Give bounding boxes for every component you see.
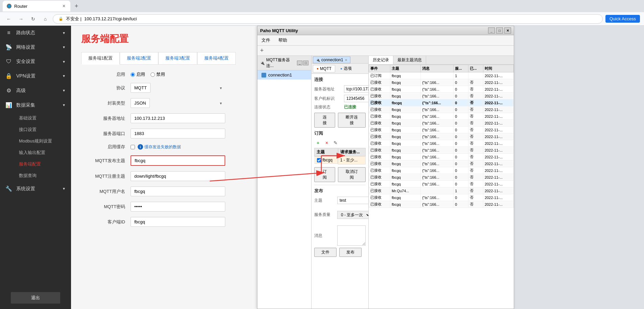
- mqtt-pass-input[interactable]: [131, 202, 225, 212]
- maximize-button[interactable]: □: [496, 27, 503, 34]
- tab-options[interactable]: ● 选项: [337, 64, 355, 73]
- submenu-basic-settings[interactable]: 基础设置: [16, 112, 71, 124]
- enable-on-radio[interactable]: [131, 72, 135, 77]
- sidebar-item-network[interactable]: 📡 网络设置 ▼: [0, 40, 71, 54]
- detail-client-id-row: 客户机标识: [314, 95, 366, 102]
- subscribe-button[interactable]: 订阅: [314, 167, 335, 182]
- publish-section-title: 发布: [314, 188, 366, 194]
- detail-server-addr-input[interactable]: [344, 85, 368, 93]
- sub-checkbox-cell[interactable]: fbcgq: [315, 156, 338, 164]
- home-button[interactable]: ⌂: [41, 14, 50, 24]
- system-icon: 🔧: [5, 185, 12, 192]
- panel-maximize-btn[interactable]: □: [303, 61, 308, 65]
- server-port-input[interactable]: [131, 129, 225, 138]
- menu-help[interactable]: 帮助: [274, 36, 291, 45]
- submenu-server-config[interactable]: 服务端配置: [16, 158, 71, 170]
- advanced-icon: ⚙: [5, 87, 12, 94]
- server-addr-input[interactable]: [131, 113, 225, 123]
- enable-off-option[interactable]: 禁用: [151, 71, 165, 78]
- sub-checkbox[interactable]: [317, 158, 321, 162]
- publish-message-textarea[interactable]: [337, 225, 366, 246]
- subscribe-remove-button[interactable]: ×: [323, 139, 330, 147]
- submenu-modbus-rules[interactable]: Modbus规则设置: [16, 135, 71, 147]
- close-button[interactable]: ✕: [504, 27, 511, 34]
- tab-bar: 🌐 Router ✕ +: [0, 0, 644, 12]
- tab-close-button[interactable]: ✕: [62, 3, 66, 9]
- detail-server-addr-row: 服务器地址: [314, 85, 366, 93]
- submenu-io-config[interactable]: 输入输出配置: [16, 147, 71, 158]
- client-id-input[interactable]: [131, 217, 225, 227]
- quick-access-button[interactable]: Quick Access: [605, 15, 640, 23]
- publish-topic-label: 主题: [314, 198, 335, 203]
- history-cell-message: {"ts":166...: [421, 194, 454, 201]
- enable-off-radio[interactable]: [151, 72, 155, 77]
- browser-tab[interactable]: 🌐 Router ✕: [3, 1, 70, 12]
- add-connection-button[interactable]: +: [260, 47, 264, 54]
- config-tab-2[interactable]: 服务端2配置: [120, 52, 158, 65]
- publish-topic-input[interactable]: [337, 197, 368, 204]
- history-cell-event: 已接收: [369, 201, 390, 208]
- subscribe-edit-button[interactable]: ✎: [332, 139, 339, 147]
- mqtt-topic-input[interactable]: [131, 155, 225, 166]
- history-cell-time: 2022-11-...: [483, 133, 513, 140]
- sidebar-item-vpn[interactable]: 🔒 VPN设置 ▼: [0, 69, 71, 83]
- history-col-topic: 主题: [390, 65, 421, 72]
- tab-mqtt[interactable]: ● MQTT: [313, 65, 335, 72]
- encap-select[interactable]: JSON: [131, 98, 150, 108]
- cache-checkbox[interactable]: [131, 145, 135, 149]
- back-button[interactable]: ←: [4, 14, 14, 24]
- disconnect-button[interactable]: 断开连接: [338, 113, 366, 128]
- unsubscribe-button[interactable]: 取消订阅: [338, 167, 366, 182]
- publish-action-buttons: 文件 发布: [314, 248, 366, 257]
- menu-file[interactable]: 文件: [257, 36, 274, 45]
- history-cell-qos: 0: [454, 181, 468, 187]
- forward-button[interactable]: →: [16, 14, 26, 24]
- tab-title: Router: [14, 4, 27, 9]
- enable-on-option[interactable]: 启用: [131, 71, 145, 78]
- logout-button[interactable]: 退出: [11, 292, 60, 304]
- file-button[interactable]: 文件: [314, 248, 337, 257]
- subscribe-add-button[interactable]: +: [314, 139, 322, 147]
- mqtt-user-input[interactable]: [131, 186, 225, 196]
- connection1-tab[interactable]: 🔌 connection1 ✕: [313, 57, 350, 63]
- history-cell-message: {"ts":166...: [421, 167, 454, 174]
- publish-button[interactable]: 发布: [339, 248, 362, 257]
- subscribe-row[interactable]: fbcgq 1 - 至少...: [315, 156, 366, 164]
- sidebar-item-router-status[interactable]: ≡ 路由状态 ▼: [0, 26, 71, 40]
- connect-button[interactable]: 连接: [314, 113, 335, 128]
- panel-minimize-btn[interactable]: _: [297, 61, 302, 65]
- config-tab-3[interactable]: 服务端3配置: [158, 52, 197, 65]
- panel-icon: 🔌: [260, 61, 265, 65]
- publish-qos-select[interactable]: 0 - 至多一次: [337, 211, 368, 219]
- detail-client-id-input[interactable]: [344, 95, 368, 102]
- history-cell-message: {"ts":166...: [421, 79, 454, 86]
- sidebar-item-system[interactable]: 🔧 系统设置 ▼: [0, 181, 71, 196]
- address-input[interactable]: 🔒 不安全 | 100.173.12.217/cgi-bin/luci: [53, 14, 603, 24]
- minimize-button[interactable]: _: [488, 27, 495, 34]
- connection1-item[interactable]: connection1: [257, 70, 311, 80]
- history-tab-records[interactable]: 历史记录: [369, 56, 393, 64]
- submenu-data-query[interactable]: 数据查询: [16, 170, 71, 181]
- history-tab-latest[interactable]: 最新主题消息: [393, 56, 426, 64]
- history-cell-retained: 否: [468, 181, 483, 187]
- protocol-select[interactable]: MQTT: [131, 83, 151, 93]
- config-tab-4[interactable]: 服务端4配置: [197, 52, 236, 65]
- history-cell-qos: 0: [454, 79, 468, 86]
- tab-close-icon[interactable]: ✕: [345, 58, 347, 62]
- sidebar-item-data-collection[interactable]: 📊 数据采集 ▼: [0, 98, 71, 112]
- history-cell-topic: fbcgq: [390, 194, 421, 201]
- config-tab-1[interactable]: 服务端1配置: [81, 52, 120, 65]
- reload-button[interactable]: ↻: [28, 14, 38, 24]
- history-cell-retained: 否: [468, 194, 483, 201]
- history-cell-message: [421, 72, 454, 79]
- history-cell-qos: 0: [454, 194, 468, 201]
- submenu-interface-settings[interactable]: 接口设置: [16, 124, 71, 135]
- history-cell-time: 2022-11-...: [483, 181, 513, 187]
- mqtt-reg-input[interactable]: [131, 171, 225, 181]
- sidebar-item-security[interactable]: 🛡 安全设置 ▼: [0, 54, 71, 69]
- new-tab-button[interactable]: +: [72, 1, 81, 11]
- encap-select-wrapper: JSON: [131, 98, 225, 108]
- data-collection-submenu: 基础设置 接口设置 Modbus规则设置 输入输出配置 服务端配置 数据查询: [0, 112, 71, 181]
- history-cell-event: 已接收: [369, 140, 390, 147]
- sidebar-item-advanced[interactable]: ⚙ 高级 ▼: [0, 83, 71, 98]
